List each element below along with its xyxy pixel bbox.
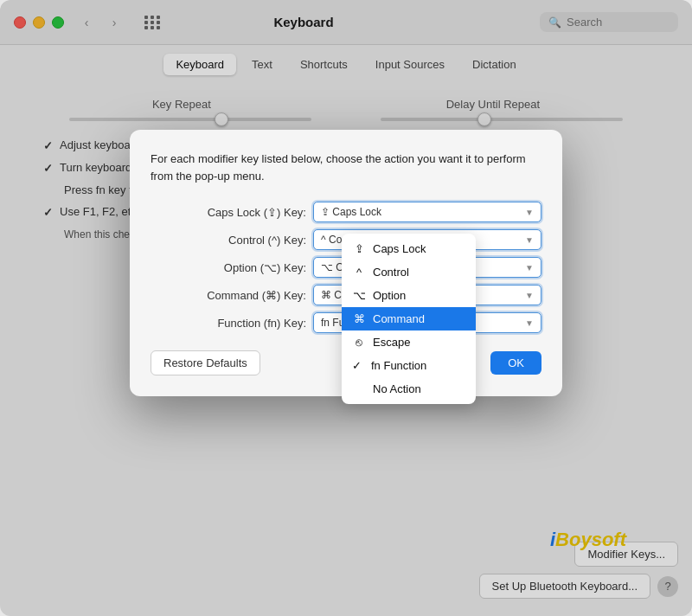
modifier-row-capslock: Caps Lock (⇪) Key: ⇪ Caps Lock ▼ (151, 202, 541, 222)
ok-button[interactable]: OK (490, 351, 541, 375)
fn-menu-label: fn Function (371, 359, 426, 372)
dropdown-item-control[interactable]: ^ Control (342, 260, 476, 284)
escape-menu-label: Escape (373, 336, 410, 349)
dropdown-item-capslock[interactable]: ⇪ Caps Lock (342, 237, 476, 260)
escape-menu-icon: ⎋ (352, 336, 366, 349)
capslock-menu-icon: ⇪ (352, 242, 366, 255)
capslock-dropdown[interactable]: ⇪ Caps Lock ▼ (313, 202, 541, 222)
dropdown-menu: ⇪ Caps Lock ^ Control ⌥ Option ⌘ Command… (342, 234, 476, 404)
dropdown-arrow-function: ▼ (525, 318, 534, 328)
control-menu-icon: ^ (352, 266, 366, 279)
dropdown-arrow-capslock: ▼ (525, 208, 534, 217)
fn-check-icon: ✓ (352, 359, 362, 372)
option-label: Option (⌥) Key: (151, 261, 306, 274)
dropdown-arrow-option: ▼ (525, 263, 534, 273)
function-label: Function (fn) Key: (151, 317, 306, 330)
dropdown-item-no-action[interactable]: No Action (342, 377, 476, 401)
dropdown-arrow-command: ▼ (525, 291, 534, 300)
capslock-value: ⇪ Caps Lock (321, 206, 381, 218)
capslock-label: Caps Lock (⇪) Key: (151, 206, 306, 219)
control-menu-label: Control (373, 266, 409, 279)
dropdown-item-fn[interactable]: ✓ fn Function (342, 354, 476, 377)
modal-description: For each modifier key listed below, choo… (151, 151, 541, 184)
command-menu-icon: ⌘ (352, 312, 366, 325)
command-label: Command (⌘) Key: (151, 289, 306, 302)
command-menu-label: Command (373, 312, 425, 325)
capslock-menu-label: Caps Lock (373, 242, 426, 255)
option-menu-label: Option (373, 289, 406, 302)
control-label: Control (^) Key: (151, 234, 306, 247)
main-window: ‹ › Keyboard 🔍 Keyboard Text Shortcuts I… (0, 0, 692, 616)
dropdown-item-command[interactable]: ⌘ Command (342, 307, 476, 330)
no-action-label: No Action (373, 382, 421, 395)
dropdown-item-escape[interactable]: ⎋ Escape (342, 330, 476, 354)
option-menu-icon: ⌥ (352, 289, 366, 302)
restore-defaults-button[interactable]: Restore Defaults (151, 350, 260, 375)
dropdown-item-option[interactable]: ⌥ Option (342, 284, 476, 307)
dropdown-arrow-control: ▼ (525, 235, 534, 245)
